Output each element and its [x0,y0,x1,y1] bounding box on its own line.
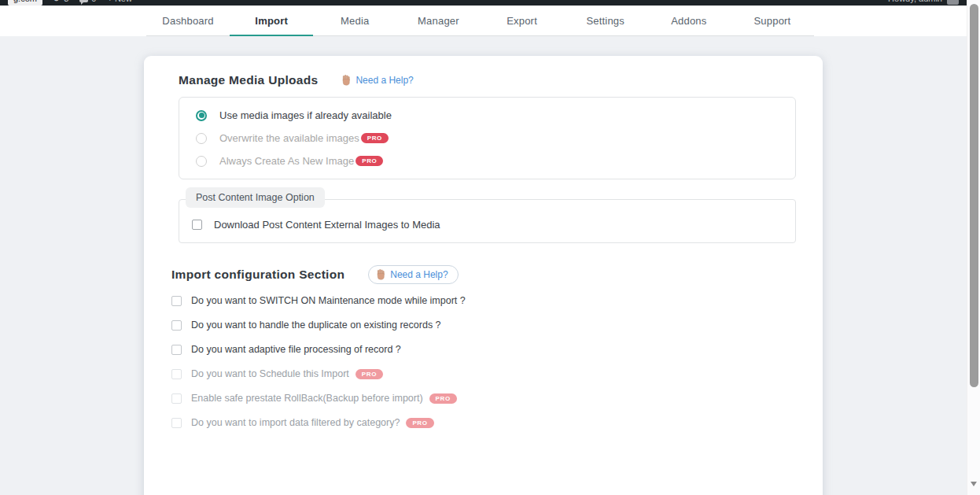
media-help-link[interactable]: Need a Help? [341,75,413,86]
radio-selected-icon[interactable] [196,110,207,121]
import-config-section: Import configuration Section Need a Help… [171,265,796,428]
radio-row-always-create-new: Always Create As New Image PRO [179,150,795,172]
import-settings-card: Manage Media Uploads Need a Help? Use me… [144,56,823,495]
rollback-checkbox [171,393,182,404]
plugin-tabs: Dashboard Import Media Manager Export Se… [146,6,814,36]
filter-by-category-checkbox [171,418,182,428]
import-config-help-button[interactable]: Need a Help? [368,265,458,284]
post-content-image-option-group: Post Content Image Option Download Post … [179,187,796,243]
comments-count: 0 [91,0,96,3]
comments-icon [79,0,88,2]
download-external-images-row[interactable]: Download Post Content External Images to… [192,219,795,231]
maintenance-mode-row[interactable]: Do you want to SWITCH ON Maintenance mod… [171,295,796,306]
handle-duplicate-checkbox[interactable] [171,320,182,331]
filter-by-category-row: Do you want to import data filtered by c… [171,417,796,428]
avatar [947,0,959,5]
pro-badge: PRO [361,133,389,143]
adaptive-processing-row[interactable]: Do you want adaptive file processing of … [171,344,796,355]
schedule-import-row: Do you want to Schedule this Import PRO [171,368,796,379]
plugin-nav-header: Dashboard Import Media Manager Export Se… [0,6,967,36]
tab-manager[interactable]: Manager [396,6,480,35]
rollback-row: Enable safe prestate RollBack(Backup bef… [171,393,796,404]
tab-media[interactable]: Media [313,6,396,35]
admin-bar-howdy[interactable]: Howdy, admin [888,0,942,3]
scrollbar-thumb[interactable] [970,4,978,387]
tab-export[interactable]: Export [481,6,564,35]
media-help-label: Need a Help? [356,75,413,86]
pro-badge: PRO [356,156,383,166]
post-content-box-label: Post Content Image Option [186,187,325,208]
checkbox-label: Do you want to import data filtered by c… [191,417,400,428]
import-config-checklist: Do you want to SWITCH ON Maintenance mod… [171,295,796,428]
page-scrollbar[interactable] [967,0,980,495]
checkbox-label: Download Post Content External Images to… [214,219,440,231]
scroll-down-arrow-icon[interactable] [971,482,977,489]
radio-row-overwrite-images: Overwrite the available images PRO [179,127,795,150]
checkbox-label: Do you want to SWITCH ON Maintenance mod… [191,295,466,306]
radio-label: Always Create As New Image [219,155,354,167]
radio-unselected-icon [196,156,207,167]
updates-icon: ⟳ [53,0,61,4]
hand-icon [341,75,351,86]
updates-count: 3 [64,0,68,3]
radio-label: Overwrite the available images [219,132,359,144]
checkbox-label: Enable safe prestate RollBack(Backup bef… [191,393,423,404]
schedule-import-checkbox [171,369,182,379]
pro-badge: PRO [406,418,433,428]
import-config-help-label: Need a Help? [390,269,448,280]
media-section-title: Manage Media Uploads [179,73,318,87]
radio-unselected-icon [196,133,207,144]
checkbox-label: Do you want to Schedule this Import [191,368,349,379]
wp-admin-bar: g.com ⟳ 3 0 + New Howdy, admin [0,0,967,6]
admin-bar-site-link[interactable]: g.com [8,0,42,6]
media-section-head: Manage Media Uploads Need a Help? [179,73,796,87]
admin-bar-updates[interactable]: ⟳ 3 [53,0,68,4]
pro-badge: PRO [429,393,457,404]
checkbox-label: Do you want adaptive file processing of … [191,344,401,355]
tab-import[interactable]: Import [230,6,313,35]
media-options-box: Use media images if already available Ov… [179,97,796,179]
tab-dashboard[interactable]: Dashboard [146,6,230,35]
radio-label: Use media images if already available [219,109,392,121]
admin-bar-comments[interactable]: 0 [79,0,96,3]
import-config-head: Import configuration Section Need a Help… [171,265,796,284]
adaptive-processing-checkbox[interactable] [171,345,182,355]
checkbox-label: Do you want to handle the duplicate on e… [191,320,441,331]
pro-badge: PRO [356,369,383,379]
tab-support[interactable]: Support [731,6,814,35]
radio-row-use-media-images[interactable]: Use media images if already available [179,104,795,127]
maintenance-mode-checkbox[interactable] [171,296,182,306]
download-external-images-checkbox[interactable] [192,220,202,230]
handle-duplicate-row[interactable]: Do you want to handle the duplicate on e… [171,320,796,331]
import-config-title: Import configuration Section [171,268,344,282]
admin-bar-new-button[interactable]: + New [107,0,132,3]
tab-addons[interactable]: Addons [647,6,731,35]
hand-icon [376,269,385,280]
tab-settings[interactable]: Settings [564,6,647,35]
